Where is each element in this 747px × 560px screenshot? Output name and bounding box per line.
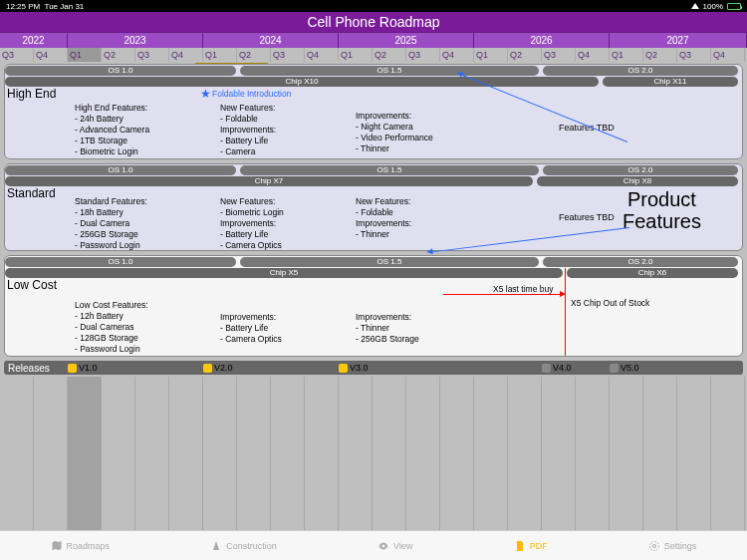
release-marker[interactable]: V2.0	[203, 363, 233, 373]
chip-bar[interactable]: Chip X7	[5, 176, 533, 186]
feature-block: Improvements: - Thinner- 256GB Storage	[356, 312, 419, 345]
cone-icon	[210, 540, 222, 552]
note-label: X5 Chip Out of Stock	[571, 298, 649, 309]
tbd-label: Features TBD	[559, 212, 615, 222]
product-features-callout: ProductFeatures	[622, 188, 701, 232]
os-bar[interactable]: OS 1.5	[240, 66, 539, 76]
quarter-axis: Q3Q4 Q1Q2Q3Q4 Q1Q2Q3Q4 Q1Q2Q3Q4 Q1Q2Q3Q4…	[0, 48, 747, 62]
releases-label: Releases	[4, 363, 50, 374]
os-bar[interactable]: OS 1.0	[5, 257, 236, 267]
lane-label: High End	[7, 87, 56, 101]
gear-icon	[648, 540, 660, 552]
chip-bar[interactable]: Chip X6	[567, 268, 738, 278]
feature-block: Standard Features: - 18h Battery- Dual C…	[75, 196, 147, 251]
os-bar[interactable]: OS 1.0	[5, 165, 236, 175]
status-bar: 12:25 PM Tue Jan 31 100%	[0, 0, 747, 12]
lane-high-end[interactable]: OS 1.0 OS 1.5 OS 2.0 Chip X10 Chip X11 H…	[4, 64, 743, 159]
bottom-toolbar: Roadmaps Construction View PDF Settings	[0, 530, 747, 560]
feature-block: New Features: - Foldable Improvements: -…	[356, 196, 411, 240]
chip-bar[interactable]: Chip X10	[5, 77, 599, 87]
tab-view[interactable]: View	[377, 540, 412, 552]
feature-block: New Features: - Foldable Improvements: -…	[220, 103, 276, 157]
svg-point-0	[652, 544, 655, 547]
feature-block: Improvements: - Night Camera- Video Perf…	[356, 111, 433, 154]
chip-bar[interactable]: Chip X11	[603, 77, 738, 87]
os-bar[interactable]: OS 2.0	[543, 257, 738, 267]
map-icon	[51, 540, 63, 552]
os-bar[interactable]: OS 2.0	[543, 165, 738, 175]
release-marker[interactable]: V4.0	[542, 363, 572, 373]
lane-standard[interactable]: OS 1.0 OS 1.5 OS 2.0 Chip X7 Chip X8 Sta…	[4, 163, 743, 251]
chip-bar[interactable]: Chip X5	[5, 268, 563, 278]
tab-roadmaps[interactable]: Roadmaps	[51, 540, 111, 552]
deadline-line	[565, 268, 566, 356]
pdf-icon	[514, 540, 526, 552]
wifi-icon	[691, 3, 699, 9]
lane-label: Standard	[7, 186, 56, 200]
os-bar[interactable]: OS 2.0	[543, 66, 738, 76]
lane-low-cost[interactable]: OS 1.0 OS 1.5 OS 2.0 Chip X5 Chip X6 Low…	[4, 255, 743, 357]
foldable-label: Foldable Introduction	[212, 89, 291, 100]
release-marker[interactable]: V5.0	[610, 363, 639, 373]
feature-block: Low Cost Features: - 12h Battery- Dual C…	[75, 300, 148, 355]
year-axis: 2022 2023 2024 2025 2026 2027	[0, 32, 747, 48]
feature-block: High End Features: - 24h Battery- Advanc…	[75, 103, 149, 157]
feature-block: Improvements: - Battery Life- Camera Opt…	[220, 312, 282, 345]
feature-block: New Features: - Biometric Login Improvem…	[220, 196, 284, 251]
releases-bar: Releases V1.0 V2.0 V3.0 V4.0 V5.0	[4, 361, 743, 375]
tab-pdf[interactable]: PDF	[514, 540, 548, 552]
star-icon: ★	[200, 87, 211, 101]
svg-point-1	[649, 541, 658, 550]
lane-label: Low Cost	[7, 278, 57, 292]
eye-icon	[377, 540, 389, 552]
bottom-grid	[0, 377, 747, 530]
release-marker[interactable]: V1.0	[68, 363, 98, 373]
os-bar[interactable]: OS 1.5	[240, 165, 539, 175]
release-marker[interactable]: V3.0	[339, 363, 369, 373]
note-label: X5 last time buy	[493, 284, 553, 295]
battery-icon	[727, 3, 741, 10]
chip-bar[interactable]: Chip X8	[537, 176, 738, 186]
os-bar[interactable]: OS 1.5	[240, 257, 539, 267]
page-title: Cell Phone Roadmap	[0, 12, 747, 32]
os-bar[interactable]: OS 1.0	[5, 66, 236, 76]
tab-construction[interactable]: Construction	[210, 540, 277, 552]
tab-settings[interactable]: Settings	[648, 540, 697, 552]
